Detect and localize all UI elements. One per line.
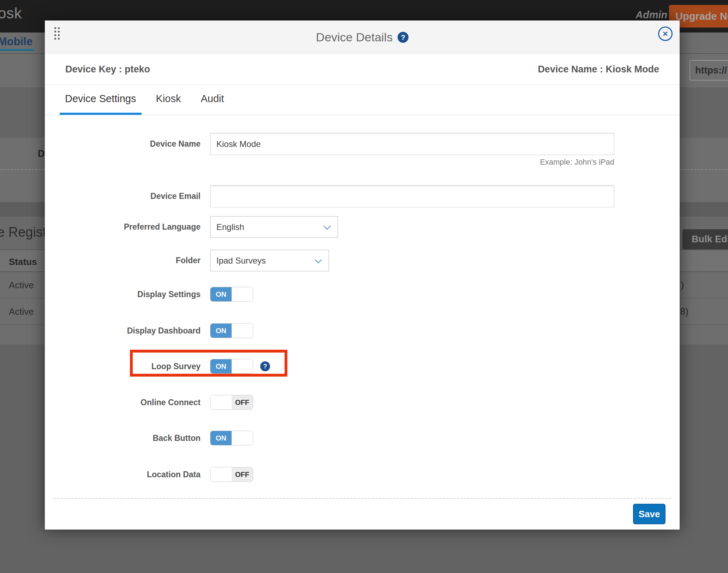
toggle-state-label: ON [210,324,232,338]
tab-mobile-underline [0,49,34,51]
toggle-knob [232,324,253,338]
tab-kiosk[interactable]: Kiosk [151,85,186,115]
back-button-label: Back Button [45,433,210,443]
loop-survey-label: Loop Survey [45,362,210,371]
modal-title: Device Details [316,30,393,44]
device-email-label: Device Email [45,191,210,201]
preferred-language-select[interactable]: English [210,216,338,238]
device-email-input[interactable] [210,185,614,207]
toggle-state-label: OFF [232,467,253,482]
online-connect-toggle[interactable]: OFF [210,395,253,410]
display-dashboard-label: Display Dashboard [45,326,210,336]
folder-label: Folder [45,256,210,265]
toggle-state-label: ON [210,287,232,301]
location-data-label: Location Data [45,470,210,479]
toggle-knob [210,467,232,482]
device-name-input[interactable] [210,133,614,155]
admin-link: Admin [635,9,667,21]
tab-device-settings[interactable]: Device Settings [60,85,142,115]
loop-survey-toggle[interactable]: ON [210,359,253,374]
display-settings-label: Display Settings [45,290,210,299]
device-name-header-label: Device Name : Kiosk Mode [538,64,659,75]
tab-mobile: Mobile [0,35,32,48]
clipped-cell-fragment: 8) [680,306,688,317]
toggle-knob [232,359,253,373]
location-data-toggle[interactable]: OFF [210,467,253,482]
device-name-label: Device Name [45,139,210,149]
tab-audit[interactable]: Audit [195,85,229,115]
toggle-knob [232,431,253,445]
status-cell: Active [9,280,34,291]
background-partial-heading: D [38,148,45,159]
modal-footer: Save [53,498,671,524]
status-column-header: Status [9,256,37,267]
status-cell: Active [9,306,34,317]
toggle-state-label: ON [210,431,232,445]
help-icon[interactable]: ? [398,32,408,43]
toggle-knob [232,287,253,301]
clipped-cell-fragment: ) [681,280,684,291]
preferred-language-value: English [216,222,244,232]
background-url-field: https:// [690,60,728,81]
preferred-language-label: Preferred Language [45,222,210,232]
device-key-label: Device Key : pteko [65,64,150,75]
background-registrations-heading: e Registr [0,225,51,240]
close-icon[interactable]: ✕ [658,26,673,41]
display-dashboard-toggle[interactable]: ON [210,323,253,338]
folder-select[interactable]: Ipad Surveys [210,250,329,271]
chevron-down-icon [323,223,331,230]
folder-value: Ipad Surveys [216,256,266,266]
toggle-knob [210,395,232,409]
modal-header: Device Details ? ✕ [45,20,680,54]
modal-tabs: Device Settings Kiosk Audit [45,85,680,115]
modal-subheader: Device Key : pteko Device Name : Kiosk M… [45,54,680,85]
back-button-toggle[interactable]: ON [210,431,253,445]
bulk-edit-button: Bulk Edit [682,229,728,249]
device-details-modal: Device Details ? ✕ Device Key : pteko De… [45,20,680,530]
online-connect-label: Online Connect [45,398,210,407]
chevron-down-icon [315,256,322,264]
toggle-state-label: ON [210,359,232,373]
toggle-state-label: OFF [232,395,253,409]
loop-survey-help-icon[interactable]: ? [260,361,270,371]
save-button[interactable]: Save [633,504,666,524]
display-settings-toggle[interactable]: ON [210,287,253,302]
device-name-helper: Example: John's iPad [210,158,614,167]
app-logo: osk [0,5,22,22]
